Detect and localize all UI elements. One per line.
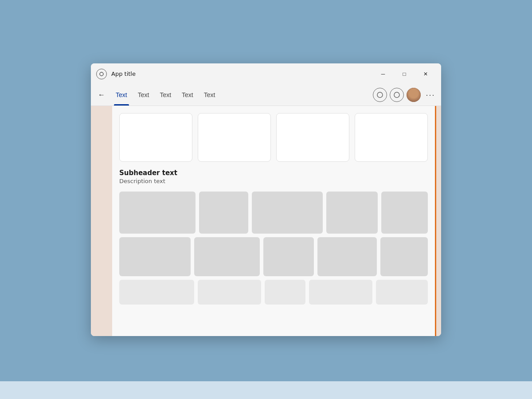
- maximize-button[interactable]: □: [394, 67, 415, 81]
- sidebar-left: [91, 106, 112, 336]
- action-button-2[interactable]: [390, 88, 404, 102]
- back-button[interactable]: ←: [94, 88, 109, 102]
- app-window: App title ─ □ ✕ ← Text Text Text Text Te…: [91, 63, 441, 336]
- main-content: Subheader text Description text: [112, 106, 435, 336]
- card-2: [198, 113, 271, 162]
- nav-tab-5[interactable]: Text: [199, 85, 221, 106]
- grid-cell-2-2: [194, 237, 260, 276]
- grid-cell-3-2: [198, 280, 261, 305]
- cards-row: [112, 113, 435, 169]
- grid-cell-3-5: [376, 280, 428, 305]
- grid-cell-3-4: [309, 280, 372, 305]
- close-button[interactable]: ✕: [415, 67, 436, 81]
- nav-tab-4[interactable]: Text: [176, 85, 199, 106]
- grid-cell-1-1: [119, 192, 196, 234]
- grid-cell-1-5: [381, 192, 428, 234]
- nav-bar: ← Text Text Text Text Text ···: [91, 85, 441, 106]
- taskbar: [0, 381, 532, 399]
- nav-tab-2[interactable]: Text: [133, 85, 155, 106]
- subheader-description: Description text: [119, 178, 428, 184]
- nav-tab-1[interactable]: Text: [110, 85, 133, 106]
- grid-cell-2-3: [263, 237, 314, 276]
- nav-tabs: Text Text Text Text Text: [110, 85, 371, 106]
- grid-row-1: [112, 188, 435, 234]
- svg-point-2: [394, 92, 399, 98]
- svg-point-1: [377, 92, 383, 98]
- grid-row-2: [112, 234, 435, 276]
- window-controls: ─ □ ✕: [373, 67, 436, 81]
- grid-row-3: [112, 276, 435, 305]
- avatar[interactable]: [407, 88, 421, 102]
- content-area: Subheader text Description text: [91, 106, 441, 336]
- title-bar: App title ─ □ ✕: [91, 63, 441, 85]
- svg-point-0: [100, 72, 103, 76]
- avatar-image: [407, 88, 421, 102]
- card-4: [355, 113, 428, 162]
- grid-cell-2-1: [119, 237, 191, 276]
- app-logo: [96, 69, 107, 79]
- nav-actions: ···: [373, 88, 438, 102]
- app-title: App title: [111, 70, 373, 77]
- subheader-title: Subheader text: [119, 169, 428, 177]
- minimize-button[interactable]: ─: [373, 67, 393, 81]
- nav-tab-3[interactable]: Text: [154, 85, 176, 106]
- action-button-1[interactable]: [373, 88, 387, 102]
- grid-cell-1-3: [252, 192, 323, 234]
- grid-cell-2-5: [380, 237, 428, 276]
- card-3: [276, 113, 349, 162]
- grid-cell-1-4: [326, 192, 378, 234]
- grid-cell-2-4: [317, 237, 377, 276]
- sidebar-right: [435, 106, 441, 336]
- more-button[interactable]: ···: [423, 88, 438, 102]
- card-1: [119, 113, 192, 162]
- grid-cell-3-1: [119, 280, 194, 305]
- grid-cell-3-3: [265, 280, 305, 305]
- subheader-section: Subheader text Description text: [112, 169, 435, 188]
- grid-cell-1-2: [199, 192, 248, 234]
